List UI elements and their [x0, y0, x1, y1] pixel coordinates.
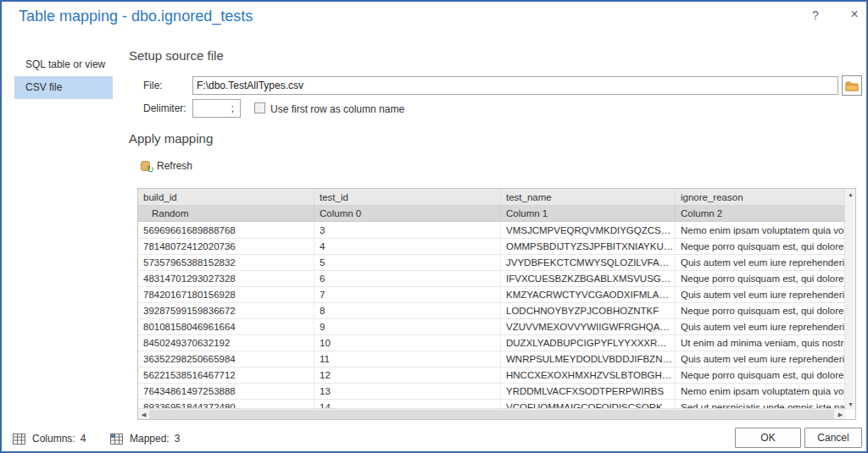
- cell: 76434861497253888: [138, 384, 314, 399]
- cell: YRDDMLVACFXSODTPERPWIRBS: [501, 384, 676, 399]
- cell: Neque porro quisquam est, qui dolorem: [676, 271, 846, 286]
- column-header-test_name: test_name: [501, 189, 676, 205]
- table-row[interactable]: 573579653881528325JVYDBFEKCTCMWYSQLOZILV…: [138, 255, 846, 271]
- cell: 80108158046961664: [138, 319, 314, 334]
- cell: 56221538516467712: [138, 367, 314, 383]
- first-row-checkbox-label[interactable]: Use first row as column name: [270, 103, 404, 115]
- cell: OMMPSBDIJTYZSJPFBITXNIAYKUKZOABSW...: [501, 239, 676, 254]
- table-row[interactable]: 483147012930273286IFVXCUESBZKZBGABLXMSVU…: [138, 271, 846, 287]
- grid-mapping-row: RandomColumn 0Column 1Column 2: [138, 206, 846, 222]
- cancel-button[interactable]: Cancel: [804, 428, 862, 448]
- table-row[interactable]: 392875991598366728LODCHNOYBYZPJCOBHOZNTK…: [138, 303, 846, 319]
- columns-count-label: Columns:: [32, 433, 75, 445]
- scroll-down-icon[interactable]: ▼: [845, 399, 856, 410]
- cell: 7: [314, 287, 501, 302]
- cell: KMZYACRWCTYVCGAODXIFMLAAUSGJVB...: [501, 287, 676, 302]
- vertical-scrollbar[interactable]: ▲ ▼: [844, 189, 855, 410]
- cell: Neque porro quisquam est, qui dolorem: [676, 239, 846, 254]
- table-row[interactable]: 784201671801569287KMZYACRWCTYVCGAODXIFML…: [138, 287, 846, 303]
- cell: 78420167180156928: [138, 287, 314, 302]
- mapping-selector-0[interactable]: Random: [138, 206, 314, 221]
- cell: Neque porro quisquam est, qui dolorem: [676, 367, 846, 383]
- table-row[interactable]: 845024937063219210DUZXLYADBUPCIGPYFLYYXX…: [138, 335, 846, 351]
- grid-rows-viewport: 569696616898887683VMSJCMPVEQRQVMKDIYGQZC…: [138, 223, 846, 409]
- scroll-up-icon[interactable]: ▲: [845, 189, 856, 200]
- scroll-right-icon[interactable]: ▶: [835, 409, 846, 420]
- mapped-count-label: Mapped:: [130, 433, 170, 445]
- refresh-button[interactable]: ↻ Refresh: [137, 157, 196, 174]
- mapping-selector-2[interactable]: Column 1: [501, 206, 676, 221]
- column-header-ignore_reason: ignore_reason: [676, 189, 846, 205]
- table-row[interactable]: 7643486149725388813YRDDMLVACFXSODTPERPWI…: [138, 384, 846, 400]
- delimiter-input[interactable]: [192, 99, 241, 118]
- delimiter-label: Delimiter:: [143, 102, 186, 114]
- cell: 9: [314, 319, 501, 334]
- cell: 8: [314, 303, 501, 318]
- table-row[interactable]: 781480724120207364OMMPSBDIJTYZSJPFBITXNI…: [138, 239, 846, 255]
- mapping-grid: build_idtest_idtest_nameignore_reason Ra…: [137, 188, 856, 420]
- cell: HNCCXEXOXHMXHZVSLBTOBGHFZBUOG...: [501, 367, 676, 383]
- columns-count-value: 4: [81, 433, 86, 445]
- cell: Quis autem vel eum iure reprehenderit q: [676, 287, 846, 302]
- cell: 48314701293027328: [138, 271, 314, 286]
- cell: 39287599159836672: [138, 303, 314, 318]
- cell: 8450249370632192: [138, 335, 314, 351]
- cell: VMSJCMPVEQRQVMKDIYGQZCSPVQBIQP...: [501, 223, 676, 238]
- refresh-icon: ↻: [141, 160, 153, 173]
- browse-button[interactable]: [842, 75, 862, 96]
- horizontal-scroll-thumb[interactable]: [149, 410, 834, 419]
- cell: 4: [314, 239, 501, 254]
- cell: Ut enim ad minima veniam, quis nostrum: [676, 335, 846, 351]
- sidebar-item-csv-file[interactable]: CSV file: [14, 76, 113, 99]
- first-row-checkbox[interactable]: [254, 102, 265, 113]
- mapped-grid-icon: [110, 434, 123, 445]
- grid-header-row: build_idtest_idtest_nameignore_reason: [138, 189, 846, 206]
- mapped-count-value: 3: [175, 433, 181, 445]
- cell: Nemo enim ipsam voluptatem quia volup: [676, 384, 846, 399]
- mapping-selector-3[interactable]: Column 2: [676, 206, 846, 221]
- setup-source-file-heading: Setup source file: [129, 48, 224, 63]
- cell: 10: [314, 335, 501, 351]
- help-icon[interactable]: ?: [808, 8, 823, 24]
- cell: Neque porro quisquam est, qui dolorem: [676, 303, 846, 318]
- cell: 3: [314, 223, 501, 238]
- table-row[interactable]: 801081580469616649VZUVVMEXOVVYWIIGWFRGHQ…: [138, 319, 846, 335]
- cell: 5: [314, 255, 501, 270]
- refresh-button-label: Refresh: [157, 160, 192, 172]
- table-row[interactable]: 569696616898887683VMSJCMPVEQRQVMKDIYGQZC…: [138, 223, 846, 239]
- cell: Quis autem vel eum iure reprehenderit q: [676, 319, 846, 334]
- table-row[interactable]: 5622153851646771212HNCCXEXOXHMXHZVSLBTOB…: [138, 367, 846, 384]
- column-header-build_id: build_id: [138, 189, 314, 205]
- close-icon[interactable]: ×: [847, 7, 862, 22]
- cell: Quis autem vel eum iure reprehenderit q: [676, 255, 846, 270]
- apply-mapping-heading: Apply mapping: [129, 131, 213, 146]
- cell: 12: [314, 367, 501, 383]
- sidebar-item-sql-table-or-view[interactable]: SQL table or view: [14, 53, 113, 76]
- cell: WNRPSULMEYDODLVBDDJIFBZNGQSOQE...: [501, 351, 676, 367]
- cell: 56969661689888768: [138, 223, 314, 238]
- cell: VZUVVMEXOVVYWIIGWFRGHQARRYWCV...: [501, 319, 676, 334]
- cell: 36352298250665984: [138, 351, 314, 367]
- cell: 11: [314, 351, 501, 367]
- cell: 6: [314, 271, 501, 286]
- scroll-left-icon[interactable]: ◀: [138, 409, 149, 420]
- cell: IFVXCUESBZKZBGABLXMSVUSGQJYGCIDQ...: [501, 271, 676, 286]
- column-header-test_id: test_id: [314, 189, 501, 205]
- cell: JVYDBFEKCTCMWYSQLOZILVFAQVWFHQEI...: [501, 255, 676, 270]
- file-label: File:: [143, 80, 163, 91]
- dialog-title: Table mapping - dbo.ignored_tests: [19, 8, 253, 25]
- folder-icon: [845, 80, 859, 91]
- mapping-selector-1[interactable]: Column 0: [314, 206, 501, 221]
- cell: 13: [314, 384, 501, 399]
- cell: Quis autem vel eum iure reprehenderit q: [676, 351, 846, 367]
- horizontal-scrollbar[interactable]: ◀ ▶: [138, 408, 846, 419]
- columns-grid-icon: [13, 434, 25, 445]
- table-mapping-dialog: Table mapping - dbo.ignored_tests ? × SQ…: [0, 0, 868, 453]
- table-row[interactable]: 3635229825066598411WNRPSULMEYDODLVBDDJIF…: [138, 351, 846, 367]
- cell: 78148072412020736: [138, 239, 314, 254]
- cell: LODCHNOYBYZPJCOBHOZNTKF: [501, 303, 676, 318]
- file-path-input[interactable]: [192, 76, 838, 95]
- cell: DUZXLYADBUPCIGPYFLYYXXXRWMZKVCJBF...: [501, 335, 676, 351]
- ok-button[interactable]: OK: [735, 428, 801, 448]
- cell: Nemo enim ipsam voluptatem quia volup: [676, 223, 846, 238]
